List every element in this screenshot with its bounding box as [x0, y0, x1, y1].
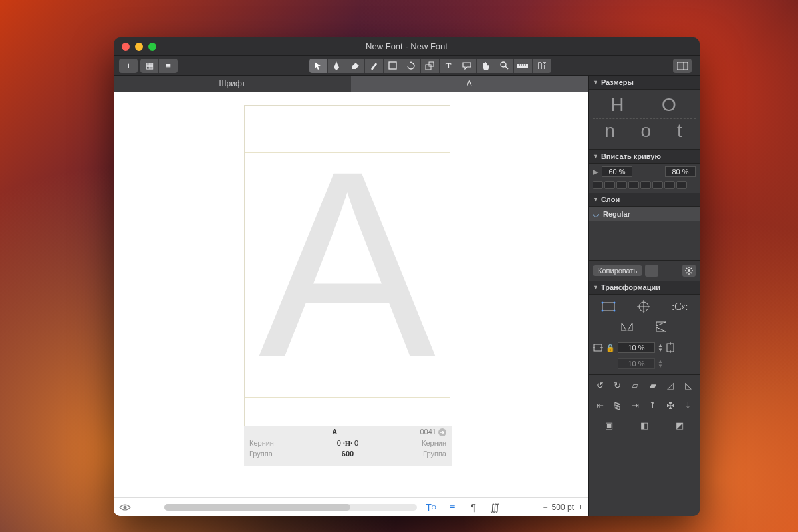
- skew-r-icon[interactable]: ▰: [646, 379, 661, 391]
- fit-high-input[interactable]: [665, 166, 696, 177]
- bool-subtract-icon[interactable]: ◧: [628, 419, 660, 431]
- mirror-h-icon[interactable]: [593, 299, 624, 315]
- align-top-icon[interactable]: ⤒: [646, 399, 661, 411]
- toolbar: i ▦ ≡: [114, 56, 700, 76]
- tab-glyph[interactable]: A: [351, 76, 589, 92]
- metrics-strip: A 0041 ➜ Кернин 0 ·H· 0 Кернин: [244, 426, 452, 466]
- right-sidebearing[interactable]: 0: [354, 439, 358, 447]
- cursify-icon[interactable]: :Cx:: [664, 299, 696, 315]
- unicode-nav-icon[interactable]: ➜: [438, 428, 446, 436]
- draw-tool[interactable]: [328, 59, 346, 73]
- fit-segments[interactable]: [589, 180, 700, 193]
- rotate-ccw-icon[interactable]: ↺: [593, 379, 608, 391]
- erase-tool[interactable]: [346, 59, 365, 73]
- annotation-tool[interactable]: [458, 59, 477, 73]
- zoom-button[interactable]: [148, 43, 156, 51]
- right-sidebar: ▼Размеры HO not ▼Вписать кривую ▶ ▼Слои …: [588, 76, 700, 516]
- skew-d-icon[interactable]: ◺: [681, 379, 696, 391]
- svg-line-19: [691, 273, 692, 274]
- glyph-width[interactable]: 600: [342, 450, 354, 458]
- align-bottom-icon[interactable]: ⤓: [681, 399, 696, 411]
- remove-layer-button[interactable]: −: [645, 265, 658, 277]
- measure-tool[interactable]: [514, 59, 533, 73]
- align-vcenter-icon[interactable]: ⧾: [663, 399, 678, 411]
- scale-input-1[interactable]: [618, 342, 655, 353]
- copy-layer-button[interactable]: Копировать: [593, 265, 642, 276]
- bottom-bar: TO ≡ ¶ ∭ − 500 pt +: [114, 497, 588, 516]
- close-button[interactable]: [122, 43, 130, 51]
- tab-font[interactable]: Шрифт: [114, 76, 351, 92]
- svg-point-25: [601, 310, 603, 312]
- panel-transforms-header[interactable]: ▼Трансформации: [589, 281, 700, 295]
- scale-stepper-1[interactable]: ▲▼: [658, 343, 663, 352]
- scale-tool[interactable]: [421, 59, 440, 73]
- zoom-out-button[interactable]: −: [543, 503, 548, 512]
- right-kerning-label: Кернин: [422, 439, 446, 447]
- svg-rect-0: [389, 62, 396, 69]
- app-window: New Font - New Font i ▦ ≡: [114, 37, 700, 516]
- text-tool[interactable]: T: [440, 59, 458, 73]
- glyph-canvas[interactable]: A A 0041 ➜ Кернин 0: [114, 92, 588, 497]
- scale-input-2: [618, 358, 655, 369]
- panel-layers-header[interactable]: ▼Слои: [589, 193, 700, 207]
- dimensions-preview[interactable]: HO not: [589, 90, 700, 150]
- bool-union-icon[interactable]: ▣: [593, 419, 625, 431]
- editor-pane: Шрифт A A A 0041 ➜: [114, 76, 588, 516]
- align-left-icon[interactable]: ≡: [445, 501, 460, 514]
- zoom-tool[interactable]: [495, 59, 514, 73]
- rotate-cw-icon[interactable]: ↻: [610, 379, 626, 391]
- svg-rect-22: [602, 303, 614, 311]
- rotate-tool[interactable]: [402, 59, 421, 73]
- panel-fitcurve-header[interactable]: ▼Вписать кривую: [589, 150, 700, 164]
- fit-low-input[interactable]: [602, 166, 632, 177]
- layer-row-regular[interactable]: ◡ Regular: [589, 207, 700, 221]
- features-button[interactable]: TO: [424, 501, 438, 514]
- svg-point-13: [688, 269, 690, 272]
- svg-line-21: [691, 268, 692, 269]
- pencil-tool[interactable]: [365, 59, 384, 73]
- skew-l-icon[interactable]: ▱: [628, 379, 643, 391]
- stroke-tool[interactable]: [533, 59, 551, 73]
- svg-line-20: [686, 273, 688, 274]
- flip-h-icon[interactable]: [593, 319, 696, 334]
- list-view-button[interactable]: ≡: [159, 59, 178, 73]
- bool-intersect-icon[interactable]: ◩: [663, 419, 696, 431]
- preview-eye-icon[interactable]: [119, 503, 131, 511]
- svg-rect-5: [517, 64, 528, 68]
- ltr-button[interactable]: ¶: [466, 501, 481, 514]
- svg-line-4: [505, 66, 508, 69]
- svg-point-23: [601, 302, 603, 304]
- info-button[interactable]: i: [119, 59, 138, 73]
- svg-point-3: [501, 62, 506, 67]
- svg-point-12: [124, 505, 127, 509]
- scale-stepper-2: ▲▼: [658, 359, 663, 368]
- grid-view-button[interactable]: ▦: [140, 59, 159, 73]
- select-tool[interactable]: [309, 59, 328, 73]
- sidebar-toggle[interactable]: [673, 59, 692, 73]
- align-right-icon[interactable]: ⇥: [628, 399, 643, 411]
- window-title: New Font - New Font: [114, 41, 700, 51]
- scale-h-icon[interactable]: [593, 340, 603, 356]
- primitive-tool[interactable]: [384, 59, 402, 73]
- columns-button[interactable]: ∭: [487, 501, 502, 514]
- horizontal-scrollbar[interactable]: [164, 504, 417, 511]
- align-left-icon[interactable]: ⇤: [593, 399, 608, 411]
- align-center-icon[interactable]: [628, 299, 660, 315]
- svg-rect-1: [426, 65, 431, 70]
- lock-icon[interactable]: 🔒: [606, 344, 615, 352]
- scale-v-icon[interactable]: [666, 340, 675, 356]
- zoom-in-button[interactable]: +: [578, 503, 583, 512]
- panel-sizes-header[interactable]: ▼Размеры: [589, 76, 700, 90]
- svg-rect-10: [677, 62, 688, 70]
- svg-point-24: [613, 302, 615, 304]
- titlebar: New Font - New Font: [114, 37, 700, 56]
- layer-visibility-icon[interactable]: ◡: [593, 209, 599, 218]
- layer-settings-button[interactable]: [682, 265, 696, 277]
- left-sidebearing[interactable]: 0: [337, 439, 341, 447]
- hand-tool[interactable]: [477, 59, 495, 73]
- align-hcenter-icon[interactable]: ⧎: [610, 399, 626, 411]
- skew-u-icon[interactable]: ◿: [663, 379, 678, 391]
- minimize-button[interactable]: [135, 43, 143, 51]
- zoom-value[interactable]: 500 pt: [552, 503, 574, 512]
- svg-point-26: [613, 310, 615, 312]
